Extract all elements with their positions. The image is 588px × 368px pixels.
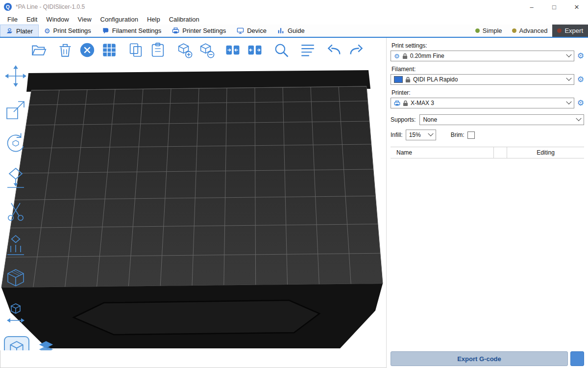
tab-plater[interactable]: Plater (0, 25, 39, 37)
printer-icon (172, 27, 179, 34)
export-gcode-button[interactable]: Export G-code (391, 351, 568, 366)
brim-label: Brim: (451, 131, 465, 138)
object-list-body[interactable] (391, 158, 584, 349)
chevron-down-icon (566, 76, 571, 81)
color-paint-icon[interactable] (4, 267, 27, 291)
infill-select[interactable]: 15% (406, 130, 436, 140)
print-settings-value: 0.20mm Fine (410, 53, 444, 59)
infill-value: 15% (409, 131, 421, 138)
tab-plater-label: Plater (16, 27, 33, 35)
cut-icon[interactable] (4, 200, 27, 223)
object-list-header: Name Editing (391, 147, 584, 158)
lock-icon (402, 53, 408, 59)
split-parts-icon[interactable] (246, 42, 263, 58)
menu-window[interactable]: Window (42, 16, 73, 23)
open-icon[interactable] (30, 42, 47, 58)
expert-mode-bullet-icon (557, 28, 562, 33)
supports-value: None (423, 116, 437, 123)
filament-color-swatch (394, 76, 403, 83)
viewport-3d[interactable] (0, 38, 386, 350)
menu-file[interactable]: File (3, 16, 22, 23)
editor-3d-icon (7, 340, 26, 350)
filament-label: Filament: (392, 66, 584, 73)
chevron-down-icon (566, 99, 571, 105)
supports-select[interactable]: None (419, 114, 584, 125)
print-settings-select[interactable]: ⚙ 0.20mm Fine (391, 51, 574, 61)
tab-print-settings-label: Print Settings (53, 27, 91, 34)
tab-device-label: Device (247, 27, 267, 34)
chevron-down-icon (566, 52, 571, 57)
window-controls: – □ ✕ (520, 0, 588, 14)
place-on-face-icon[interactable] (4, 166, 27, 189)
supports-row: Supports: None (391, 114, 584, 125)
redo-icon[interactable] (348, 42, 365, 58)
printer-select[interactable]: X-MAX 3 (391, 98, 574, 108)
tab-guide[interactable]: Guide (272, 25, 310, 37)
minimize-button[interactable]: – (520, 0, 543, 14)
editor-view-toggle[interactable] (4, 336, 29, 350)
menu-configuration[interactable]: Configuration (96, 16, 143, 23)
copy-icon[interactable] (127, 42, 144, 58)
printer-label: Printer: (392, 89, 584, 96)
mode-advanced[interactable]: Advanced (507, 25, 553, 37)
print-bed-surface[interactable] (1, 86, 383, 288)
add-instance-icon[interactable] (176, 42, 193, 58)
mode-expert-label: Expert (564, 27, 583, 34)
view-mode-toggles (4, 336, 59, 350)
mode-expert[interactable]: Expert (552, 25, 588, 37)
print-settings-row: ⚙ 0.20mm Fine ⚙ (391, 51, 584, 61)
move-icon[interactable] (4, 64, 27, 88)
preview-layers-icon (37, 340, 55, 350)
filament-gear-button[interactable]: ⚙ (577, 76, 584, 83)
print-settings-tab-icon: ⚙ (44, 27, 50, 34)
menu-help[interactable]: Help (143, 16, 165, 23)
rotate-icon[interactable] (4, 132, 27, 156)
mode-simple-label: Simple (483, 27, 502, 34)
mode-simple[interactable]: Simple (470, 25, 507, 37)
menu-calibration[interactable]: Calibration (165, 16, 204, 23)
print-settings-gear-button[interactable]: ⚙ (577, 52, 584, 60)
export-options-button[interactable] (570, 351, 584, 366)
gizmo-toolbar (4, 64, 27, 325)
filament-select[interactable]: QIDI PLA Rapido (391, 74, 574, 85)
column-editing[interactable]: Editing (507, 147, 584, 158)
paint-support-icon[interactable] (4, 234, 27, 257)
close-button[interactable]: ✕ (565, 0, 588, 14)
column-name[interactable]: Name (391, 147, 494, 158)
column-extruder[interactable] (494, 147, 507, 158)
filament-row: QIDI PLA Rapido ⚙ (391, 74, 584, 85)
variable-layer-height-icon[interactable] (299, 42, 316, 58)
scale-icon[interactable] (4, 98, 27, 122)
delete-all-icon[interactable] (79, 42, 96, 58)
delete-icon[interactable] (57, 42, 74, 58)
arrange-icon[interactable] (101, 42, 118, 58)
brim-checkbox[interactable] (467, 131, 475, 139)
main-toolbar (30, 42, 370, 58)
split-objects-icon[interactable] (224, 42, 241, 58)
guide-icon (277, 27, 285, 34)
tab-print-settings[interactable]: ⚙ Print Settings (39, 25, 97, 37)
tab-bar: Plater ⚙ Print Settings Filament Setting… (0, 25, 588, 38)
paste-icon[interactable] (149, 42, 166, 58)
tab-filament-settings-label: Filament Settings (112, 27, 161, 34)
print-settings-label: Print settings: (392, 42, 584, 49)
mode-switcher: Simple Advanced Expert (470, 25, 588, 37)
menu-view[interactable]: View (74, 16, 96, 23)
tab-filament-settings[interactable]: Filament Settings (97, 25, 167, 37)
menu-edit[interactable]: Edit (22, 16, 42, 23)
preview-view-toggle[interactable] (33, 336, 59, 350)
chevron-down-icon (428, 131, 433, 136)
printer-gear-button[interactable]: ⚙ (577, 99, 584, 107)
tab-printer-settings[interactable]: Printer Settings (167, 25, 231, 37)
tab-printer-settings-label: Printer Settings (182, 27, 226, 34)
undo-icon[interactable] (326, 42, 343, 58)
printer-base-handle (74, 300, 319, 335)
filament-icon (102, 27, 109, 34)
remove-instance-icon[interactable] (198, 42, 215, 58)
print-bed-3d[interactable] (0, 38, 386, 350)
device-icon (237, 27, 244, 34)
maximize-button[interactable]: □ (543, 0, 565, 14)
tab-device[interactable]: Device (231, 25, 272, 37)
measure-icon[interactable] (4, 301, 27, 325)
search-icon[interactable] (273, 42, 290, 58)
